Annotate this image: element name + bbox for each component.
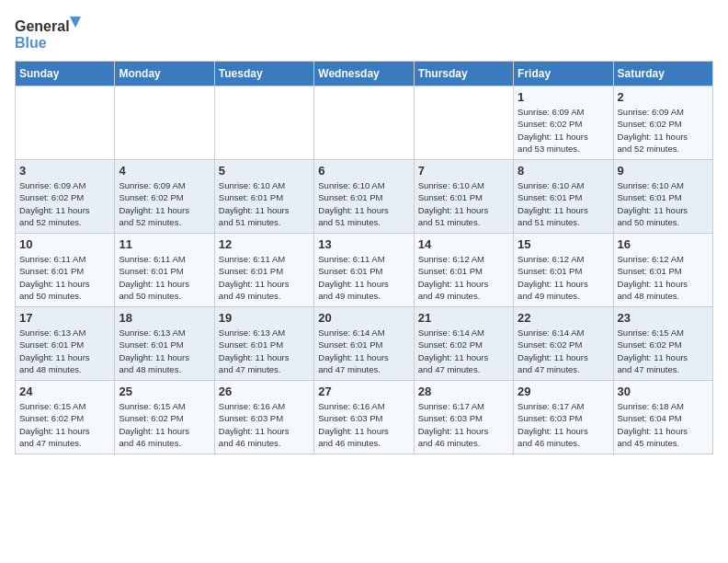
calendar-cell: 20Sunrise: 6:14 AM Sunset: 6:01 PM Dayli… (314, 307, 414, 381)
cell-info: Sunrise: 6:10 AM Sunset: 6:01 PM Dayligh… (318, 179, 409, 228)
day-number: 22 (518, 311, 609, 325)
week-row-5: 24Sunrise: 6:15 AM Sunset: 6:02 PM Dayli… (16, 381, 713, 454)
calendar-cell (414, 86, 513, 160)
cell-info: Sunrise: 6:15 AM Sunset: 6:02 PM Dayligh… (19, 400, 110, 449)
cell-info: Sunrise: 6:09 AM Sunset: 6:02 PM Dayligh… (518, 106, 609, 155)
calendar-cell: 17Sunrise: 6:13 AM Sunset: 6:01 PM Dayli… (16, 307, 115, 381)
calendar-cell: 3Sunrise: 6:09 AM Sunset: 6:02 PM Daylig… (16, 160, 115, 234)
calendar-cell: 5Sunrise: 6:10 AM Sunset: 6:01 PM Daylig… (214, 160, 313, 234)
cell-info: Sunrise: 6:13 AM Sunset: 6:01 PM Dayligh… (119, 327, 210, 375)
calendar-cell: 7Sunrise: 6:10 AM Sunset: 6:01 PM Daylig… (414, 160, 513, 234)
cell-info: Sunrise: 6:10 AM Sunset: 6:01 PM Dayligh… (219, 179, 310, 228)
logo-svg: GeneralBlue (15, 15, 88, 52)
calendar-cell: 12Sunrise: 6:11 AM Sunset: 6:01 PM Dayli… (214, 234, 313, 307)
day-number: 16 (618, 237, 709, 251)
calendar-cell: 2Sunrise: 6:09 AM Sunset: 6:02 PM Daylig… (613, 86, 712, 160)
calendar-table: SundayMondayTuesdayWednesdayThursdayFrid… (15, 61, 713, 454)
calendar-cell: 9Sunrise: 6:10 AM Sunset: 6:01 PM Daylig… (613, 160, 712, 234)
header-row: SundayMondayTuesdayWednesdayThursdayFrid… (16, 62, 713, 86)
day-number: 24 (19, 385, 110, 398)
cell-info: Sunrise: 6:12 AM Sunset: 6:01 PM Dayligh… (618, 253, 709, 302)
day-number: 21 (418, 311, 509, 325)
cell-info: Sunrise: 6:11 AM Sunset: 6:01 PM Dayligh… (219, 253, 310, 302)
cell-info: Sunrise: 6:16 AM Sunset: 6:03 PM Dayligh… (219, 400, 310, 449)
cell-info: Sunrise: 6:18 AM Sunset: 6:04 PM Dayligh… (618, 400, 709, 449)
calendar-cell: 15Sunrise: 6:12 AM Sunset: 6:01 PM Dayli… (514, 234, 613, 307)
page-header: GeneralBlue (15, 15, 713, 52)
calendar-cell: 24Sunrise: 6:15 AM Sunset: 6:02 PM Dayli… (16, 381, 115, 454)
day-number: 7 (418, 164, 509, 178)
calendar-cell: 1Sunrise: 6:09 AM Sunset: 6:02 PM Daylig… (514, 86, 613, 160)
svg-text:General: General (15, 18, 70, 34)
day-header-wednesday: Wednesday (314, 62, 414, 86)
calendar-cell: 25Sunrise: 6:15 AM Sunset: 6:02 PM Dayli… (115, 381, 214, 454)
day-number: 19 (219, 311, 310, 325)
day-header-thursday: Thursday (414, 62, 513, 86)
day-number: 17 (19, 311, 110, 325)
day-number: 5 (219, 164, 310, 178)
cell-info: Sunrise: 6:10 AM Sunset: 6:01 PM Dayligh… (618, 179, 709, 228)
cell-info: Sunrise: 6:15 AM Sunset: 6:02 PM Dayligh… (618, 327, 709, 375)
day-number: 3 (19, 164, 110, 178)
cell-info: Sunrise: 6:10 AM Sunset: 6:01 PM Dayligh… (518, 179, 609, 228)
calendar-cell: 10Sunrise: 6:11 AM Sunset: 6:01 PM Dayli… (16, 234, 115, 307)
logo: GeneralBlue (15, 15, 88, 52)
day-number: 13 (318, 237, 409, 251)
day-number: 1 (518, 90, 609, 104)
calendar-cell: 30Sunrise: 6:18 AM Sunset: 6:04 PM Dayli… (613, 381, 712, 454)
day-number: 4 (119, 164, 210, 178)
week-row-1: 1Sunrise: 6:09 AM Sunset: 6:02 PM Daylig… (16, 86, 713, 160)
calendar-cell: 19Sunrise: 6:13 AM Sunset: 6:01 PM Dayli… (214, 307, 313, 381)
calendar-cell: 13Sunrise: 6:11 AM Sunset: 6:01 PM Dayli… (314, 234, 414, 307)
cell-info: Sunrise: 6:12 AM Sunset: 6:01 PM Dayligh… (418, 253, 509, 302)
calendar-cell: 23Sunrise: 6:15 AM Sunset: 6:02 PM Dayli… (613, 307, 712, 381)
calendar-cell: 27Sunrise: 6:16 AM Sunset: 6:03 PM Dayli… (314, 381, 414, 454)
day-header-sunday: Sunday (16, 62, 115, 86)
calendar-cell: 8Sunrise: 6:10 AM Sunset: 6:01 PM Daylig… (514, 160, 613, 234)
day-number: 25 (119, 385, 210, 398)
cell-info: Sunrise: 6:11 AM Sunset: 6:01 PM Dayligh… (318, 253, 409, 302)
calendar-cell: 4Sunrise: 6:09 AM Sunset: 6:02 PM Daylig… (115, 160, 214, 234)
cell-info: Sunrise: 6:11 AM Sunset: 6:01 PM Dayligh… (119, 253, 210, 302)
day-header-tuesday: Tuesday (214, 62, 313, 86)
cell-info: Sunrise: 6:17 AM Sunset: 6:03 PM Dayligh… (418, 400, 509, 449)
day-number: 20 (318, 311, 409, 325)
calendar-cell: 28Sunrise: 6:17 AM Sunset: 6:03 PM Dayli… (414, 381, 513, 454)
day-number: 26 (219, 385, 310, 398)
day-number: 6 (318, 164, 409, 178)
week-row-2: 3Sunrise: 6:09 AM Sunset: 6:02 PM Daylig… (16, 160, 713, 234)
cell-info: Sunrise: 6:17 AM Sunset: 6:03 PM Dayligh… (518, 400, 609, 449)
day-number: 15 (518, 237, 609, 251)
day-number: 12 (219, 237, 310, 251)
day-number: 11 (119, 237, 210, 251)
day-number: 8 (518, 164, 609, 178)
cell-info: Sunrise: 6:10 AM Sunset: 6:01 PM Dayligh… (418, 179, 509, 228)
cell-info: Sunrise: 6:14 AM Sunset: 6:01 PM Dayligh… (318, 327, 409, 375)
svg-text:Blue: Blue (15, 35, 47, 51)
cell-info: Sunrise: 6:09 AM Sunset: 6:02 PM Dayligh… (119, 179, 210, 228)
calendar-cell: 26Sunrise: 6:16 AM Sunset: 6:03 PM Dayli… (214, 381, 313, 454)
calendar-cell: 16Sunrise: 6:12 AM Sunset: 6:01 PM Dayli… (613, 234, 712, 307)
cell-info: Sunrise: 6:15 AM Sunset: 6:02 PM Dayligh… (119, 400, 210, 449)
week-row-4: 17Sunrise: 6:13 AM Sunset: 6:01 PM Dayli… (16, 307, 713, 381)
calendar-cell: 6Sunrise: 6:10 AM Sunset: 6:01 PM Daylig… (314, 160, 414, 234)
calendar-cell: 18Sunrise: 6:13 AM Sunset: 6:01 PM Dayli… (115, 307, 214, 381)
cell-info: Sunrise: 6:14 AM Sunset: 6:02 PM Dayligh… (518, 327, 609, 375)
day-header-friday: Friday (514, 62, 613, 86)
day-number: 29 (518, 385, 609, 398)
calendar-cell: 11Sunrise: 6:11 AM Sunset: 6:01 PM Dayli… (115, 234, 214, 307)
day-number: 27 (318, 385, 409, 398)
cell-info: Sunrise: 6:14 AM Sunset: 6:02 PM Dayligh… (418, 327, 509, 375)
day-header-saturday: Saturday (613, 62, 712, 86)
week-row-3: 10Sunrise: 6:11 AM Sunset: 6:01 PM Dayli… (16, 234, 713, 307)
calendar-cell (214, 86, 313, 160)
day-number: 18 (119, 311, 210, 325)
cell-info: Sunrise: 6:12 AM Sunset: 6:01 PM Dayligh… (518, 253, 609, 302)
svg-marker-2 (70, 17, 81, 28)
day-number: 28 (418, 385, 509, 398)
calendar-cell: 14Sunrise: 6:12 AM Sunset: 6:01 PM Dayli… (414, 234, 513, 307)
calendar-cell: 22Sunrise: 6:14 AM Sunset: 6:02 PM Dayli… (514, 307, 613, 381)
calendar-cell: 29Sunrise: 6:17 AM Sunset: 6:03 PM Dayli… (514, 381, 613, 454)
day-number: 2 (618, 90, 709, 104)
calendar-cell (115, 86, 214, 160)
